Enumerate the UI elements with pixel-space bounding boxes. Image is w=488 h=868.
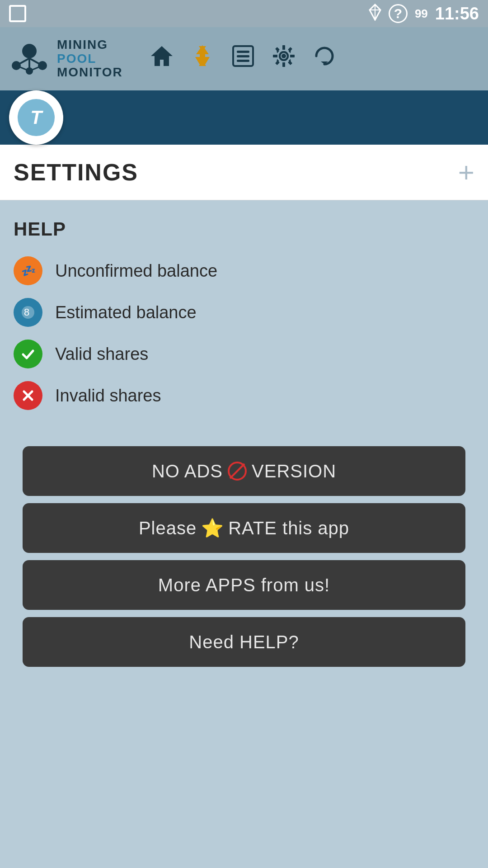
help-title: HELP: [14, 218, 474, 240]
add-setting-button[interactable]: +: [458, 158, 474, 186]
coin-inner: T: [16, 97, 56, 138]
no-ads-icon: [227, 461, 247, 481]
help-section: HELP 💤 Unconfirmed balance 8: [14, 218, 474, 410]
no-ads-button[interactable]: NO ADS VERSION: [23, 446, 465, 496]
rate-app-button[interactable]: Please ⭐ RATE this app: [23, 503, 465, 553]
logo-monitor: MONITOR: [57, 66, 123, 80]
svg-rect-28: [275, 47, 280, 52]
nav-bar: MINING POOL MONITOR: [0, 27, 488, 90]
no-ads-version-text: VERSION: [252, 461, 336, 481]
svg-rect-29: [288, 47, 292, 52]
no-ads-text: NO ADS: [152, 461, 223, 481]
status-square-icon: [9, 5, 26, 22]
battery-icon: 99: [415, 7, 428, 21]
status-bar-right: ? 99 11:56: [369, 4, 479, 24]
valid-icon: [14, 340, 42, 368]
list-nav-button[interactable]: [231, 44, 255, 73]
page-title: SETTINGS: [14, 159, 138, 186]
invalid-icon: [14, 381, 42, 410]
status-time: 11:56: [435, 4, 479, 24]
help-items-list: 💤 Unconfirmed balance 8 Estimated balanc…: [14, 256, 474, 410]
status-bar: ? 99 11:56: [0, 0, 488, 27]
home-nav-button[interactable]: [150, 44, 174, 73]
help-item-estimated: 8 Estimated balance: [14, 298, 474, 327]
svg-text:💤: 💤: [21, 264, 36, 278]
svg-rect-15: [201, 51, 204, 55]
svg-rect-26: [273, 55, 277, 57]
logo-mining: MINING: [57, 38, 123, 52]
rate-text: RATE this app: [228, 518, 349, 538]
status-bar-left: [9, 5, 26, 22]
coin-banner: T: [0, 90, 488, 145]
download-nav-button[interactable]: [191, 44, 214, 73]
nav-icons: [150, 44, 336, 73]
network-logo-icon: [9, 38, 50, 79]
estimated-label: Estimated balance: [55, 303, 197, 322]
svg-point-3: [22, 44, 37, 58]
main-content: HELP 💤 Unconfirmed balance 8: [0, 200, 488, 856]
help-item-valid: Valid shares: [14, 340, 474, 368]
valid-label: Valid shares: [55, 344, 148, 364]
logo-pool: POOL: [57, 52, 123, 66]
unconfirmed-label: Unconfirmed balance: [55, 261, 217, 281]
svg-rect-27: [290, 55, 295, 57]
svg-point-23: [282, 54, 286, 58]
settings-header: SETTINGS +: [0, 145, 488, 200]
svg-rect-20: [237, 60, 249, 62]
svg-rect-31: [288, 61, 292, 65]
svg-rect-16: [201, 56, 204, 61]
svg-rect-25: [282, 62, 285, 67]
signal-icon: [369, 4, 381, 24]
rate-please-text: Please: [139, 518, 197, 538]
svg-rect-18: [237, 51, 249, 53]
unconfirmed-icon: 💤: [14, 256, 42, 285]
svg-rect-30: [275, 61, 280, 65]
help-icon: ?: [389, 4, 408, 23]
svg-rect-24: [282, 45, 285, 50]
more-apps-button[interactable]: More APPS from us!: [23, 560, 465, 610]
svg-marker-12: [151, 46, 173, 66]
svg-line-39: [230, 464, 244, 478]
more-apps-text: More APPS from us!: [158, 575, 330, 595]
star-icon: ⭐: [201, 518, 224, 539]
need-help-text: Need HELP?: [189, 632, 299, 652]
logo-area: MINING POOL MONITOR: [9, 38, 123, 80]
refresh-nav-button[interactable]: [313, 44, 336, 73]
svg-text:8: 8: [24, 307, 29, 318]
help-item-unconfirmed: 💤 Unconfirmed balance: [14, 256, 474, 285]
svg-rect-19: [237, 55, 249, 57]
logo-text: MINING POOL MONITOR: [57, 38, 123, 80]
invalid-label: Invalid shares: [55, 386, 161, 406]
need-help-button[interactable]: Need HELP?: [23, 617, 465, 667]
estimated-icon: 8: [14, 298, 42, 327]
action-buttons: NO ADS VERSION Please ⭐ RATE this app Mo…: [14, 446, 474, 667]
gear-nav-button[interactable]: [272, 44, 296, 73]
help-item-invalid: Invalid shares: [14, 381, 474, 410]
coin-avatar: T: [9, 90, 63, 145]
coin-symbol: T: [30, 107, 42, 128]
